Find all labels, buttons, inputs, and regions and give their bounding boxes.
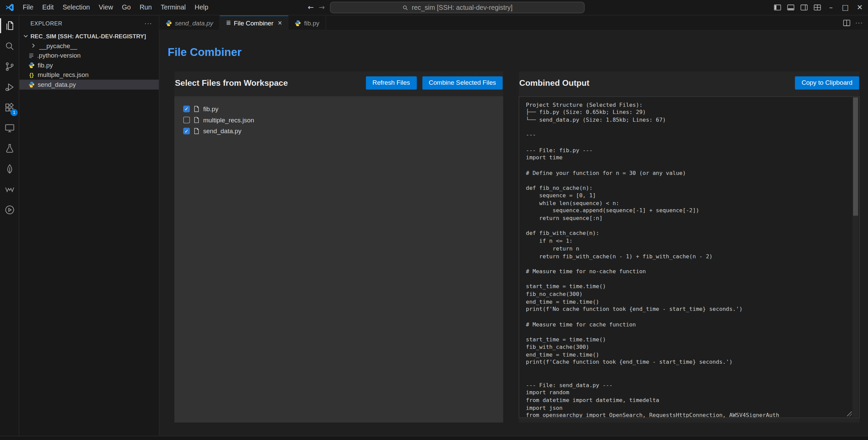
tree-item-label: send_data.py <box>38 81 76 88</box>
status-bar <box>0 436 868 440</box>
tree-item-fib-py[interactable]: fib.py <box>19 60 159 70</box>
checkbox-multiple-recs-json[interactable] <box>183 116 190 123</box>
file-combiner-webview: File Combiner Select Files from Workspac… <box>159 31 868 436</box>
file-name: send_data.py <box>203 127 242 134</box>
activitybar-run-debug[interactable] <box>0 77 19 97</box>
activitybar-extensions[interactable]: 1 <box>0 97 19 118</box>
combined-output-text: Project Structure (Selected Files): ├── … <box>519 97 859 418</box>
title-bar: File Edit Selection View Go Run Terminal… <box>0 0 868 16</box>
search-icon <box>4 40 15 52</box>
window-minimize-button[interactable]: – <box>824 0 838 15</box>
sidebar-title: EXPLORER <box>31 20 62 26</box>
output-scrollbar[interactable] <box>852 97 858 417</box>
menu-bar: File Edit Selection View Go Run Terminal… <box>18 0 213 15</box>
chevron-right-icon <box>31 43 37 49</box>
activitybar-explorer[interactable] <box>0 16 19 36</box>
sidebar-header: EXPLORER ··· <box>19 16 159 31</box>
tree-item-multiple-recs-json[interactable]: {} multiple_recs.json <box>19 70 159 80</box>
menu-view[interactable]: View <box>94 0 117 15</box>
output-scrollbar-thumb[interactable] <box>853 97 858 215</box>
tree-item-python-version[interactable]: .python-version <box>19 51 159 60</box>
tab-bar: send_data.py ≣ File Combiner × fib.py <box>159 16 868 31</box>
source-control-icon <box>4 61 15 72</box>
editor-actions: ··· <box>843 16 868 30</box>
tree-item-pycache[interactable]: __pycache__ <box>19 41 159 51</box>
file-icon <box>194 127 199 134</box>
activity-bar: 1 <box>0 16 19 436</box>
json-file-icon: {} <box>28 72 35 78</box>
sidebar-more-actions-icon[interactable]: ··· <box>145 20 152 27</box>
activitybar-remote-explorer[interactable] <box>0 118 19 138</box>
menu-selection[interactable]: Selection <box>58 0 94 15</box>
editor-more-actions-icon[interactable]: ··· <box>855 19 863 26</box>
page-title: File Combiner <box>168 45 860 59</box>
circle-play-icon <box>4 204 15 216</box>
extensions-badge: 1 <box>11 109 18 116</box>
menu-file[interactable]: File <box>18 0 38 15</box>
python-file-icon <box>28 62 35 68</box>
explorer-root-folder[interactable]: REC_SIM [SSH: ACTUAL-DEV-REGISTRY] <box>19 31 159 41</box>
tab-close-icon[interactable]: × <box>278 19 282 26</box>
tree-item-label: multiple_recs.json <box>38 72 89 78</box>
window-maximize-button[interactable]: □ <box>838 0 852 15</box>
file-icon <box>194 116 199 123</box>
menu-terminal[interactable]: Terminal <box>156 0 190 15</box>
nav-back-icon[interactable]: ← <box>308 3 314 12</box>
activitybar-wakatime[interactable] <box>0 179 19 200</box>
combined-output-textarea[interactable]: Project Structure (Selected Files): ├── … <box>519 96 860 418</box>
editor-group: send_data.py ≣ File Combiner × fib.py <box>159 16 868 436</box>
file-row-multiple-recs-json: multiple_recs.json <box>183 114 494 125</box>
customize-layout-icon[interactable] <box>810 0 824 15</box>
tab-label: fib.py <box>304 20 319 26</box>
toggle-secondary-sidebar-icon[interactable] <box>797 0 810 15</box>
combined-output-header: Combined Output Copy to Clipboard <box>519 76 859 89</box>
command-center-search[interactable]: rec_sim [SSH: actual-dev-registry] <box>330 2 584 13</box>
root-folder-label: REC_SIM [SSH: ACTUAL-DEV-REGISTRY] <box>31 33 146 39</box>
menu-run[interactable]: Run <box>135 0 156 15</box>
workspace-file-list: ✓ fib.py multip <box>174 96 503 422</box>
nav-forward-icon[interactable]: → <box>319 3 325 12</box>
file-name: multiple_recs.json <box>203 116 254 123</box>
file-row-fib-py: ✓ fib.py <box>183 103 494 114</box>
tree-item-send-data-py[interactable]: send_data.py <box>19 80 159 89</box>
tab-fib-py[interactable]: fib.py <box>289 16 326 30</box>
file-icon <box>194 105 199 112</box>
activitybar-mongodb[interactable] <box>0 159 19 179</box>
vscode-remote-logo-icon <box>5 3 15 12</box>
select-files-title: Select Files from Workspace <box>175 78 288 87</box>
refresh-files-button[interactable]: Refresh Files <box>366 76 417 89</box>
tab-label: send_data.py <box>175 20 213 26</box>
checkbox-fib-py[interactable]: ✓ <box>183 105 190 112</box>
tab-file-combiner[interactable]: ≣ File Combiner × <box>220 16 289 30</box>
workbench: 1 <box>0 16 868 436</box>
copy-to-clipboard-button[interactable]: Copy to Clipboard <box>795 76 859 89</box>
activitybar-testing[interactable] <box>0 138 19 159</box>
tree-item-label: .python-version <box>37 52 80 59</box>
menu-edit[interactable]: Edit <box>38 0 58 15</box>
combine-selected-files-button[interactable]: Combine Selected Files <box>422 76 503 89</box>
activitybar-source-control[interactable] <box>0 56 19 77</box>
window-close-button[interactable]: ✕ <box>852 0 867 15</box>
tree-item-label: __pycache__ <box>39 42 77 49</box>
split-editor-icon[interactable] <box>843 19 851 27</box>
titlebar-actions: – □ ✕ <box>771 0 868 15</box>
combined-output-title: Combined Output <box>519 78 589 87</box>
menu-help[interactable]: Help <box>190 0 213 15</box>
activitybar-search[interactable] <box>0 36 19 56</box>
toggle-primary-sidebar-icon[interactable] <box>771 0 784 15</box>
tab-send-data-py[interactable]: send_data.py <box>159 16 220 30</box>
file-name: fib.py <box>203 105 219 112</box>
command-center: ← → rec_sim [SSH: actual-dev-registry] <box>308 0 584 15</box>
file-tree: __pycache__ .python-version fib.py <box>19 41 159 89</box>
textarea-resize-grip[interactable] <box>847 412 852 417</box>
toggle-panel-icon[interactable] <box>784 0 797 15</box>
menu-go[interactable]: Go <box>117 0 135 15</box>
select-files-panel: Select Files from Workspace Refresh File… <box>174 71 503 422</box>
activitybar-run-profile[interactable] <box>0 200 19 220</box>
checkbox-send-data-py[interactable]: ✓ <box>183 127 190 134</box>
tree-item-label: fib.py <box>38 62 53 68</box>
python-file-icon <box>166 20 172 26</box>
python-file-icon <box>28 81 35 88</box>
vscode-window: File Edit Selection View Go Run Terminal… <box>0 0 868 440</box>
testing-beaker-icon <box>4 143 15 154</box>
